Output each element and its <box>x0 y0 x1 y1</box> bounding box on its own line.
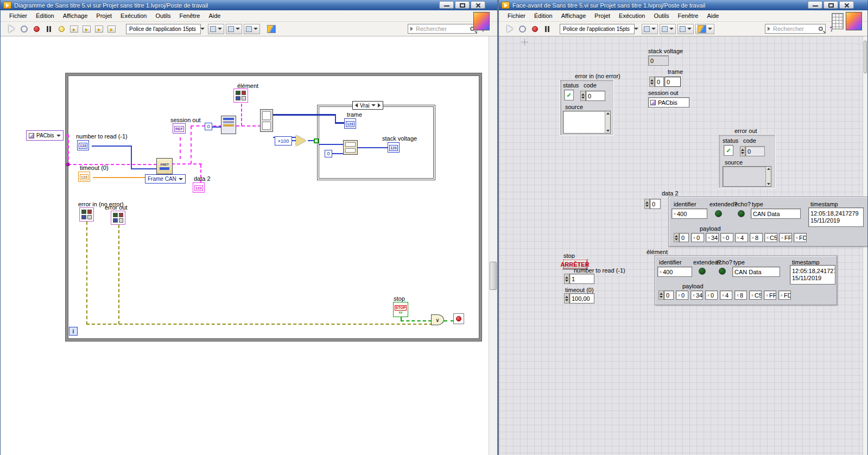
case-selector[interactable]: Vrai <box>352 101 383 110</box>
abort-button[interactable] <box>31 23 42 34</box>
frame-can-selector[interactable]: Frame CAN <box>145 174 186 184</box>
pause-button[interactable] <box>43 23 54 34</box>
retain-wire-values-button[interactable] <box>68 23 79 34</box>
maximize-button[interactable] <box>823 1 838 9</box>
minimize-button[interactable] <box>808 1 822 9</box>
wire-error[interactable] <box>86 324 433 325</box>
multiply-node[interactable] <box>296 135 306 146</box>
wire-number-to-read[interactable] <box>92 146 131 147</box>
connector-pane-icon[interactable] <box>832 13 844 29</box>
menu-fichier[interactable]: Fichier <box>503 11 530 21</box>
menu-execution[interactable]: Exécution <box>614 11 649 21</box>
resize-objects-button[interactable] <box>244 24 260 34</box>
wire-session[interactable] <box>68 135 69 165</box>
next-case-icon[interactable] <box>378 103 381 108</box>
number-to-read-terminal[interactable]: 123 <box>77 140 89 150</box>
unbundle-node[interactable] <box>260 109 273 132</box>
menu-aide[interactable]: Aide <box>702 11 723 21</box>
align-objects-button[interactable] <box>642 24 658 34</box>
abort-button[interactable] <box>529 23 540 34</box>
run-button[interactable] <box>6 23 17 34</box>
or-gate-node[interactable]: ∨ <box>431 314 444 325</box>
wire-session[interactable] <box>172 163 202 165</box>
wire-session-out[interactable] <box>180 137 181 159</box>
search-box[interactable]: Rechercher <box>408 24 477 34</box>
pause-button[interactable] <box>542 23 553 34</box>
scrollbar-thumb[interactable] <box>864 41 867 73</box>
step-out-button[interactable] <box>106 23 117 34</box>
wire-stack-voltage[interactable] <box>358 147 388 148</box>
minimize-button[interactable] <box>439 1 454 9</box>
menu-projet[interactable]: Projet <box>590 11 614 21</box>
error-in-terminal[interactable] <box>79 207 94 222</box>
number-to-read-field[interactable]: 1 <box>569 274 594 284</box>
data2-payload-index-stepper[interactable] <box>674 233 679 242</box>
title-bar[interactable]: Diagramme de Sans titre 5.vi sur Projet … <box>1 0 497 10</box>
distribute-objects-button[interactable] <box>660 24 676 34</box>
constant-x100[interactable]: ×100 <box>275 136 292 146</box>
trame-index-field[interactable]: 0 <box>655 77 664 87</box>
trame-value-field[interactable]: 0 <box>664 77 681 87</box>
vi-icon[interactable] <box>473 12 490 30</box>
scrollbar[interactable] <box>765 167 771 186</box>
wire-stop[interactable] <box>401 320 432 321</box>
data2-terminal[interactable]: 123 <box>193 182 205 193</box>
error-in-status-checkbox[interactable]: ✓ <box>564 90 574 100</box>
session-out-terminal[interactable]: REF <box>173 123 186 134</box>
wire-array[interactable] <box>272 114 335 116</box>
element-terminal[interactable] <box>233 89 248 103</box>
bundle-node[interactable] <box>343 140 358 155</box>
menu-affichage[interactable]: Affichage <box>557 11 591 21</box>
timeout-field[interactable]: 100,00 <box>569 293 594 304</box>
font-selector[interactable]: Police de l'application 15pts <box>560 24 635 34</box>
trame-terminal[interactable]: 123 <box>344 118 356 129</box>
number-to-read-stepper[interactable] <box>564 274 569 284</box>
step-over-button[interactable] <box>93 23 104 34</box>
wire-condition[interactable] <box>444 320 454 321</box>
scrollbar[interactable] <box>605 111 610 133</box>
menu-outils[interactable]: Outils <box>649 11 673 21</box>
vi-icon[interactable] <box>846 12 862 30</box>
error-out-terminal[interactable] <box>111 211 125 225</box>
stack-voltage-terminal[interactable]: 123 <box>388 142 400 153</box>
wire-error[interactable] <box>86 222 87 325</box>
run-continuous-button[interactable] <box>18 23 29 34</box>
font-selector[interactable]: Police de l'application 15pts <box>126 24 201 34</box>
constant-zero[interactable]: 0 <box>325 150 332 157</box>
previous-case-icon[interactable] <box>355 103 358 108</box>
close-button[interactable] <box>471 1 485 9</box>
error-in-code-field[interactable]: 0 <box>586 91 605 101</box>
vertical-scrollbar[interactable] <box>489 36 497 455</box>
data2-payload-index-field[interactable]: 0 <box>679 233 689 242</box>
iteration-terminal[interactable]: i <box>69 327 78 336</box>
wire-number-to-read[interactable] <box>131 146 132 169</box>
menu-edition[interactable]: Édition <box>31 11 59 21</box>
reorder-button[interactable] <box>266 23 277 34</box>
run-continuous-button[interactable] <box>517 23 528 34</box>
distribute-objects-button[interactable] <box>226 24 242 34</box>
resize-objects-button[interactable] <box>677 24 694 34</box>
menu-affichage[interactable]: Affichage <box>59 11 92 21</box>
menu-fenetre[interactable]: Fenêtre <box>674 11 703 21</box>
constant-zero[interactable]: 0 <box>205 123 212 130</box>
timeout-stepper[interactable] <box>564 293 569 304</box>
loop-condition-terminal[interactable] <box>453 313 464 324</box>
scrollbar-thumb[interactable] <box>490 262 497 290</box>
menu-projet[interactable]: Projet <box>92 11 116 21</box>
step-into-button[interactable] <box>81 23 92 34</box>
chevron-down-icon[interactable] <box>371 104 376 106</box>
highlight-execution-button[interactable] <box>56 23 67 34</box>
maximize-button[interactable] <box>455 1 470 9</box>
element-payload-index-field[interactable]: 0 <box>664 290 674 300</box>
menu-fichier[interactable]: Fichier <box>5 11 31 21</box>
wire-number-to-read[interactable] <box>131 168 157 169</box>
data2-index-stepper[interactable] <box>644 199 650 209</box>
case-tunnel[interactable] <box>314 138 319 143</box>
timeout-terminal[interactable]: 123 <box>78 172 90 182</box>
search-box[interactable]: Rechercher <box>765 24 826 34</box>
title-bar[interactable]: Face-avant de Sans titre 5.vi sur Projet… <box>499 0 867 10</box>
wire-constant[interactable] <box>212 127 221 128</box>
trame-index-stepper[interactable] <box>649 77 655 87</box>
close-button[interactable] <box>839 1 854 9</box>
xnet-read-node[interactable] <box>221 116 236 134</box>
